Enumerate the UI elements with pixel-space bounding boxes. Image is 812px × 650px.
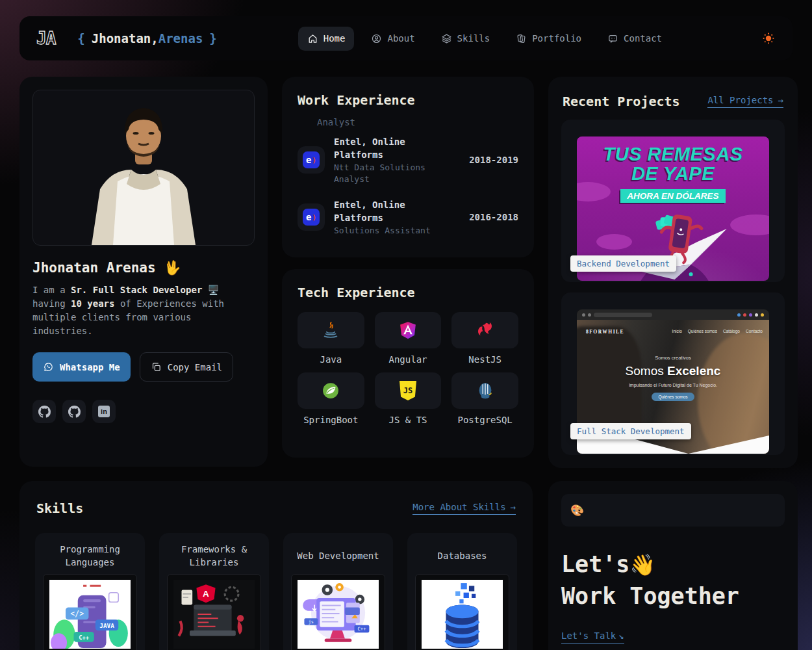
work-role: Ntt Data Solutions Analyst — [334, 162, 450, 185]
user-circle-icon — [371, 33, 382, 44]
svg-text:C++: C++ — [357, 626, 366, 632]
work-group-label: Analyst — [317, 117, 518, 127]
whatsapp-icon — [43, 361, 54, 372]
desktop-emoji: 🖥️ — [202, 285, 219, 295]
profile-photo — [32, 90, 255, 246]
nav-item-home[interactable]: Home — [298, 27, 355, 51]
yape-ribbon: AHORA EN DÓLARES — [620, 189, 725, 203]
tech-item-nestjs[interactable]: NestJS — [451, 312, 518, 365]
nav-item-skills[interactable]: Skills — [432, 27, 500, 51]
nav-label: Skills — [457, 33, 490, 44]
theme-toggle-button[interactable] — [761, 31, 776, 46]
skills-title: Skills — [36, 500, 83, 516]
work-period: 2018-2019 — [469, 155, 518, 165]
wave-emoji: 👋 — [629, 552, 655, 577]
github-link-2[interactable] — [62, 400, 86, 423]
project-badge: Backend Development — [570, 255, 676, 272]
more-about-skills-link[interactable]: More About Skills — [412, 502, 516, 515]
cta-banner: 🎨 — [561, 494, 785, 526]
postgresql-icon — [476, 381, 495, 400]
work-experience-title: Work Experience — [298, 92, 518, 108]
skill-card-databases[interactable]: Databases — [407, 533, 517, 650]
copy-email-button-label: Copy Email — [168, 362, 222, 372]
sun-icon — [761, 31, 776, 46]
nav-item-about[interactable]: About — [362, 27, 424, 51]
tech-item-springboot[interactable]: SpringBoot — [298, 372, 364, 425]
tech-item-postgresql[interactable]: PostgreSQL — [451, 372, 518, 425]
entel-icon — [303, 209, 320, 226]
nav-label: Home — [324, 33, 346, 44]
whatsapp-button-label: Whatsapp Me — [60, 362, 120, 372]
person-portrait — [62, 97, 225, 245]
tech-item-angular[interactable]: Angular — [375, 312, 442, 365]
main-nav: Home About Skills Portfolio Contact — [298, 27, 671, 51]
chat-icon — [607, 33, 618, 44]
frameworks-libraries-illustration: A — [173, 580, 255, 649]
layers-icon — [441, 33, 452, 44]
skill-card-programming-languages[interactable]: Programming Languages — [35, 533, 145, 650]
brand-title: {Jhonatan,Arenas} — [77, 31, 217, 46]
nav-item-contact[interactable]: Contact — [598, 27, 671, 51]
tech-experience-card: Tech Experience Java Angular NestJS — [282, 269, 534, 458]
nav-item-portfolio[interactable]: Portfolio — [507, 27, 590, 51]
nestjs-icon — [476, 320, 495, 340]
tech-item-java[interactable]: Java — [298, 312, 364, 365]
work-company: Entel, Online Platforms — [334, 135, 450, 162]
site-title: Somos Excelenc — [577, 364, 769, 378]
work-entry[interactable]: Entel, Online Platforms Solutions Assist… — [298, 198, 518, 237]
svg-text:js: js — [309, 619, 314, 625]
skill-card-frameworks-libraries[interactable]: Frameworks & Libraries A — [159, 533, 269, 650]
social-links — [32, 400, 255, 423]
nav-label: Contact — [624, 33, 662, 44]
yape-title-line1: TUS REMESAS — [577, 136, 769, 164]
work-entry[interactable]: Entel, Online Platforms Ntt Data Solutio… — [298, 135, 518, 185]
browser-chrome-bar — [577, 309, 769, 320]
javascript-icon — [400, 381, 416, 400]
nav-label: About — [387, 33, 414, 44]
github-icon — [68, 406, 81, 418]
home-icon — [307, 33, 318, 44]
portfolio-page: JA {Jhonatan,Arenas} Home About Skills P… — [0, 0, 812, 650]
svg-text:JAVA: JAVA — [99, 622, 114, 629]
svg-text:C++: C++ — [79, 634, 90, 641]
logo[interactable]: JA — [36, 29, 55, 48]
recent-projects-card: Recent Projects All Projects TUS REMESAS… — [548, 77, 798, 468]
browser-url-bar — [594, 313, 652, 317]
profile-card: Jhonatan Arenas 🖖 I am a Sr. Full Stack … — [19, 77, 268, 467]
project-tile-yape[interactable]: TUS REMESAS DE YAPE AHORA EN DÓLARES — [561, 120, 785, 282]
copy-email-button[interactable]: Copy Email — [140, 352, 233, 382]
brand-first-name: Jhonatan, — [92, 31, 159, 46]
java-icon — [321, 320, 340, 340]
nav-label: Portfolio — [532, 33, 581, 44]
site-subtitle: Impulsando el Futuro Digital de Tu Negoc… — [577, 383, 769, 387]
brand-open-brace: { — [77, 31, 84, 46]
tech-experience-title: Tech Experience — [298, 285, 518, 300]
brand-last-name: Arenas — [159, 31, 203, 46]
copy-icon — [151, 361, 162, 372]
brand-close-brace: } — [209, 31, 216, 46]
project-badge: Full Stack Development — [570, 423, 691, 439]
linkedin-icon — [98, 406, 110, 417]
project-tile-forwhile[interactable]: 8FORWHILE Inicio Quiénes somos Catálogo … — [561, 292, 785, 455]
navbar: JA {Jhonatan,Arenas} Home About Skills P… — [19, 16, 793, 60]
github-link-1[interactable] — [32, 400, 56, 423]
vulcan-salute-emoji: 🖖 — [164, 260, 181, 276]
work-period: 2016-2018 — [469, 212, 518, 222]
profile-intro: I am a Sr. Full Stack Developer 🖥️ havin… — [32, 283, 255, 338]
skill-card-web-development[interactable]: Web Development — [283, 533, 393, 650]
angular-icon — [398, 320, 418, 340]
all-projects-link[interactable]: All Projects — [707, 95, 783, 108]
tech-grid: Java Angular NestJS SpringBoot — [298, 312, 518, 425]
work-company: Entel, Online Platforms — [334, 198, 450, 225]
site-logo: 8FORWHILE — [586, 329, 624, 335]
svg-text:A: A — [203, 589, 209, 599]
work-role: Solutions Assistant — [334, 225, 450, 237]
entel-icon — [303, 151, 320, 168]
tech-item-javascript[interactable]: JS & TS — [375, 372, 442, 425]
programming-languages-illustration: </> JAVA C++ — [49, 580, 131, 649]
web-development-illustration: C++ js — [298, 580, 379, 649]
whatsapp-button[interactable]: Whatsapp Me — [32, 352, 131, 382]
lets-talk-link[interactable]: Let's Talk — [561, 630, 624, 644]
cta-heading: Let's👋 Work Together — [561, 549, 785, 612]
linkedin-link[interactable] — [92, 400, 116, 423]
